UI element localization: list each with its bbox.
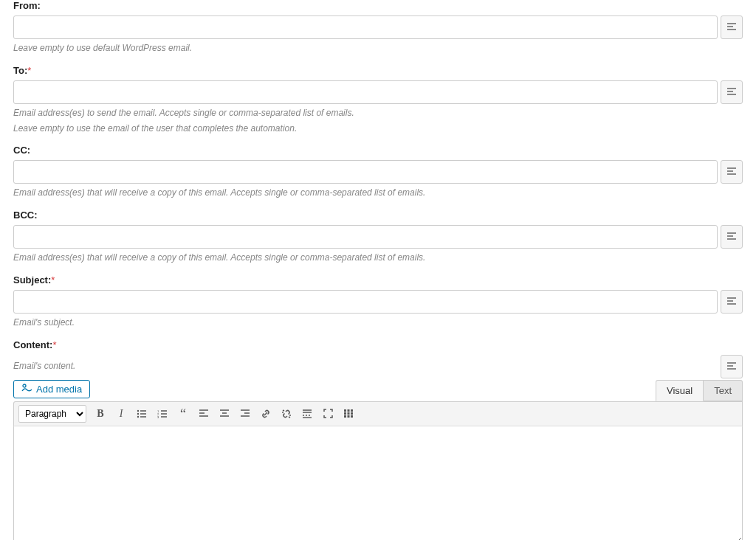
field-subject: Subject:* Email's subject.	[13, 274, 743, 329]
subject-input[interactable]	[13, 290, 718, 314]
content-label: Content:*	[13, 339, 743, 350]
from-input-row	[13, 15, 743, 39]
add-media-label: Add media	[36, 384, 82, 395]
svg-rect-13	[344, 415, 346, 418]
unlink-button[interactable]	[277, 405, 296, 423]
bullet-list-icon	[137, 409, 147, 418]
bcc-tags-button[interactable]	[721, 225, 743, 249]
content-editor[interactable]	[13, 426, 743, 540]
bcc-input[interactable]	[13, 225, 718, 249]
svg-point-2	[137, 413, 139, 415]
editor-tabs: Visual Text	[656, 380, 743, 401]
from-label: From:	[13, 0, 743, 11]
bullet-list-button[interactable]	[132, 405, 151, 423]
align-left-icon	[726, 23, 737, 32]
cc-help: Email address(es) that will receive a co…	[13, 187, 743, 199]
subject-label: Subject:*	[13, 274, 743, 285]
toolbar-toggle-icon	[343, 409, 354, 418]
link-button[interactable]	[256, 405, 275, 423]
format-select[interactable]: Paragraph	[18, 405, 86, 423]
cc-label: CC:	[13, 145, 743, 156]
svg-rect-12	[351, 412, 353, 415]
field-cc: CC: Email address(es) that will receive …	[13, 145, 743, 199]
align-right-button[interactable]	[236, 405, 255, 423]
to-label: To:*	[13, 65, 743, 76]
to-input-row	[13, 80, 743, 104]
svg-text:3: 3	[157, 415, 159, 418]
tab-text[interactable]: Text	[704, 380, 743, 401]
subject-tags-button[interactable]	[721, 290, 743, 314]
svg-rect-10	[344, 412, 346, 415]
fullscreen-button[interactable]	[318, 405, 337, 423]
from-help: Leave empty to use default WordPress ema…	[13, 42, 743, 55]
bcc-input-row	[13, 225, 743, 249]
field-from: From: Leave empty to use default WordPre…	[13, 0, 743, 55]
blockquote-button[interactable]: “	[173, 405, 193, 423]
tab-visual[interactable]: Visual	[656, 380, 704, 401]
align-right-icon	[240, 409, 250, 418]
to-input[interactable]	[13, 80, 718, 104]
content-help: Email's content.	[13, 360, 75, 373]
field-content: Content:* Email's content. Add media Vis…	[13, 339, 743, 540]
read-more-button[interactable]	[298, 405, 317, 423]
align-center-icon	[219, 409, 230, 418]
svg-rect-7	[344, 409, 346, 412]
editor-toolbar: Paragraph B I 123 “	[13, 401, 743, 426]
editor-topbar: Add media Visual Text	[13, 380, 743, 401]
align-left-icon	[726, 167, 737, 176]
editor-wrap: Paragraph B I 123 “	[13, 401, 743, 540]
svg-rect-11	[348, 412, 350, 415]
align-left-icon	[726, 362, 737, 371]
align-left-icon	[726, 232, 737, 241]
content-tags-button[interactable]	[721, 355, 743, 378]
number-list-button[interactable]: 123	[153, 405, 172, 423]
align-left-icon	[726, 297, 737, 306]
svg-point-3	[137, 416, 139, 418]
bcc-help: Email address(es) that will receive a co…	[13, 252, 743, 264]
unlink-icon	[281, 409, 292, 419]
subject-input-row	[13, 290, 743, 314]
from-tags-button[interactable]	[721, 15, 743, 39]
align-left-icon	[726, 88, 737, 97]
svg-point-1	[137, 410, 139, 412]
svg-rect-14	[348, 415, 350, 418]
field-to: To:* Email address(es) to send the email…	[13, 65, 743, 135]
cc-input[interactable]	[13, 160, 718, 184]
fullscreen-icon	[323, 409, 333, 418]
to-help-1: Email address(es) to send the email. Acc…	[13, 107, 743, 120]
align-center-button[interactable]	[215, 405, 234, 423]
svg-rect-9	[351, 409, 353, 412]
svg-point-0	[23, 384, 26, 387]
svg-rect-8	[348, 409, 350, 412]
cc-tags-button[interactable]	[721, 160, 743, 184]
add-media-button[interactable]: Add media	[13, 380, 90, 398]
to-help-2: Leave empty to use the email of the user…	[13, 122, 743, 135]
media-icon	[21, 384, 32, 394]
link-icon	[261, 409, 271, 419]
field-bcc: BCC: Email address(es) that will receive…	[13, 210, 743, 264]
align-left-button[interactable]	[194, 405, 213, 423]
bcc-label: BCC:	[13, 210, 743, 221]
cc-input-row	[13, 160, 743, 184]
to-tags-button[interactable]	[721, 80, 743, 104]
align-left-icon	[199, 409, 209, 418]
italic-button[interactable]: I	[111, 405, 131, 423]
read-more-icon	[302, 409, 312, 418]
number-list-icon: 123	[157, 409, 168, 418]
toolbar-toggle-button[interactable]	[339, 405, 358, 423]
bold-button[interactable]: B	[91, 405, 110, 423]
subject-help: Email's subject.	[13, 316, 743, 329]
svg-rect-15	[351, 415, 353, 418]
from-input[interactable]	[13, 15, 718, 39]
